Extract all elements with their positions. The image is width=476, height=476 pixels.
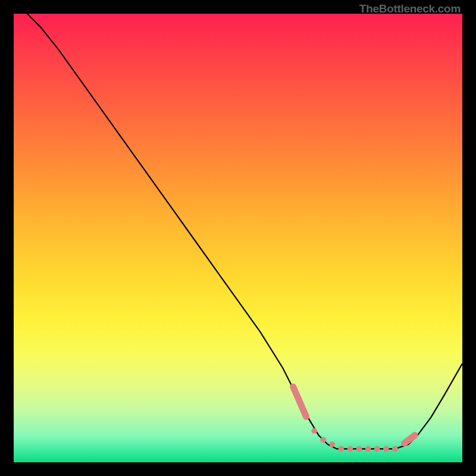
marker-pill: [400, 431, 419, 448]
marker-dot: [392, 446, 398, 452]
marker-dot: [320, 437, 326, 443]
curve-layer: [27, 14, 462, 449]
marker-layer: [289, 383, 419, 452]
marker-dot: [330, 441, 336, 447]
plot-area: [14, 14, 462, 462]
marker-pill: [289, 383, 310, 421]
chart-svg: [14, 14, 462, 462]
bottleneck-curve: [27, 14, 462, 449]
marker-dot: [383, 446, 389, 452]
marker-dot: [356, 446, 362, 452]
marker-dot: [311, 428, 317, 434]
marker-dot: [339, 446, 345, 452]
chart-frame: TheBottleneck.com: [0, 0, 476, 476]
credit-label: TheBottleneck.com: [359, 2, 461, 15]
marker-dot: [347, 446, 353, 452]
marker-dot: [365, 446, 371, 452]
marker-dot: [374, 446, 380, 452]
